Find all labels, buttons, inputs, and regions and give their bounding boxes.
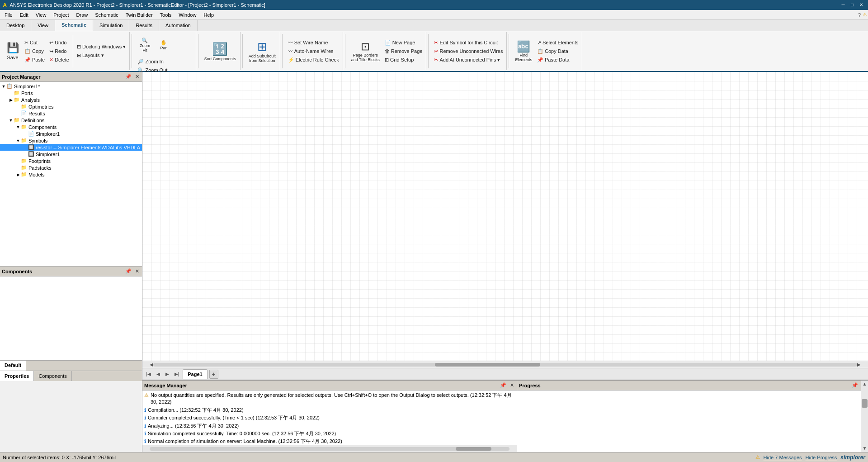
tree-item-0[interactable]: ▼📋Simplorer1* bbox=[0, 83, 142, 90]
menu-item-help[interactable]: Help bbox=[200, 10, 217, 20]
scroll-up-btn[interactable]: ▲ bbox=[861, 381, 868, 388]
v-scroll-track[interactable] bbox=[861, 388, 868, 445]
delete-button[interactable]: ✕ Delete bbox=[47, 56, 71, 64]
tree-toggle-13[interactable]: ▶ bbox=[15, 172, 21, 177]
scroll-left-btn[interactable]: ◀ bbox=[150, 362, 153, 367]
redo-button[interactable]: ↪ Redo bbox=[47, 47, 71, 55]
page-add-button[interactable]: + bbox=[209, 370, 218, 379]
grid-setup-button[interactable]: ⊞ Grid Setup bbox=[383, 56, 425, 64]
page-tab-1[interactable]: Page1 bbox=[183, 369, 207, 379]
tree-item-7[interactable]: 📄Simplorer1 bbox=[0, 130, 142, 137]
menu-item-window[interactable]: Window bbox=[175, 10, 200, 20]
docking-windows-button[interactable]: ⊟ Docking Windows ▾ bbox=[75, 43, 127, 51]
tab-components[interactable]: Components bbox=[34, 371, 71, 381]
tree-toggle-2[interactable]: ▶ bbox=[8, 98, 14, 102]
sort-components-button[interactable]: 🔢 Sort Components bbox=[202, 37, 238, 66]
add-subcircuit-button[interactable]: ⊞ Add SubCircuitfrom Selection bbox=[246, 37, 278, 66]
project-manager-close-btn[interactable]: ✕ bbox=[134, 74, 140, 80]
msg-scroll-thumb[interactable] bbox=[456, 447, 492, 451]
tree-item-1[interactable]: 📁Ports bbox=[0, 90, 142, 96]
menu-item-twinbuilder[interactable]: Twin Builder bbox=[122, 10, 156, 20]
components-panel-pin-btn[interactable]: 📌 bbox=[124, 268, 132, 274]
electric-rule-check-button[interactable]: ⚡ Electric Rule Check bbox=[286, 56, 341, 64]
page-nav-next[interactable]: ▶ bbox=[164, 372, 171, 376]
page-borders-button[interactable]: ⊡ Page Bordersand Title Blocks bbox=[349, 37, 382, 66]
scroll-down-btn[interactable]: ▼ bbox=[861, 445, 868, 452]
zoom-in-button[interactable]: 🔎 Zoom In bbox=[136, 57, 170, 66]
maximize-btn[interactable]: □ bbox=[848, 1, 856, 9]
add-at-unconnected-pins-button[interactable]: ✂ Add At Unconnected Pins ▾ bbox=[432, 56, 505, 64]
tab-results[interactable]: Results bbox=[129, 20, 159, 31]
tree-item-3[interactable]: 📁Optimetrics bbox=[0, 103, 142, 110]
tree-item-10[interactable]: 🔲Simplorer1 bbox=[0, 151, 142, 157]
tree-item-4[interactable]: 📄Results bbox=[0, 110, 142, 117]
page-nav-last[interactable]: ▶| bbox=[173, 372, 181, 376]
layouts-button[interactable]: ⊞ Layouts ▾ bbox=[75, 52, 127, 60]
msg-scroll-track[interactable] bbox=[150, 447, 509, 451]
message-manager-close-btn[interactable]: ✕ bbox=[509, 382, 515, 388]
tree-item-11[interactable]: 📁Footprints bbox=[0, 157, 142, 164]
hide-messages-button[interactable]: Hide 7 Messages bbox=[764, 455, 802, 460]
auto-name-wires-button[interactable]: 〰 Auto-Name Wires bbox=[286, 47, 341, 55]
close-btn[interactable]: ✕ bbox=[857, 1, 865, 9]
paste-button[interactable]: 📌 Paste bbox=[23, 56, 47, 64]
menu-item-draw[interactable]: Draw bbox=[73, 10, 92, 20]
hide-progress-button[interactable]: Hide Progress bbox=[806, 455, 837, 460]
tree-toggle-5[interactable]: ▼ bbox=[8, 118, 14, 123]
menu-item-edit[interactable]: Edit bbox=[16, 10, 32, 20]
v-scroll-thumb[interactable] bbox=[862, 399, 868, 408]
pan-button[interactable]: ✋ Pan bbox=[155, 33, 173, 57]
find-elements-button[interactable]: 🔤 FindElements bbox=[513, 37, 534, 66]
tab-properties[interactable]: Properties bbox=[0, 371, 34, 381]
tree-item-8[interactable]: ▼📁Symbols bbox=[0, 137, 142, 144]
menu-item-tools[interactable]: Tools bbox=[156, 10, 175, 20]
page-nav-first[interactable]: |◀ bbox=[144, 372, 153, 376]
select-elements-button[interactable]: ↗ Select Elements bbox=[535, 38, 580, 47]
tab-view[interactable]: View bbox=[31, 20, 55, 31]
tree-toggle-8[interactable]: ▼ bbox=[15, 138, 21, 143]
cut-button[interactable]: ✂ Cut bbox=[23, 38, 47, 47]
schematic-canvas[interactable] bbox=[142, 72, 868, 361]
project-manager-pin-btn[interactable]: 📌 bbox=[124, 74, 132, 80]
message-manager-pin-btn[interactable]: 📌 bbox=[499, 382, 507, 388]
tab-simulation[interactable]: Simulation bbox=[93, 20, 129, 31]
progress-pin-btn[interactable]: 📌 bbox=[851, 382, 859, 388]
h-scroll-track[interactable] bbox=[153, 363, 857, 367]
edit-symbol-button[interactable]: ✂ Edit Symbol for this Circuit bbox=[432, 38, 505, 47]
tab-automation[interactable]: Automation bbox=[159, 20, 198, 31]
right-scrollbar[interactable]: ▲ ▼ bbox=[861, 381, 868, 452]
tree-item-13[interactable]: ▶📁Models bbox=[0, 171, 142, 178]
remove-unconnected-wires-button[interactable]: ✂ Remove Unconnected Wires bbox=[432, 47, 505, 55]
scroll-right-btn[interactable]: ▶ bbox=[857, 362, 861, 367]
h-scrollbar[interactable]: ◀ ▶ bbox=[142, 361, 868, 368]
components-panel-close-btn[interactable]: ✕ bbox=[134, 268, 140, 274]
tree-toggle-0[interactable]: ▼ bbox=[1, 84, 6, 89]
title-bar-controls[interactable]: ─ □ ✕ bbox=[839, 1, 865, 9]
minimize-btn[interactable]: ─ bbox=[839, 1, 847, 9]
new-page-button[interactable]: 📄 New Page bbox=[383, 38, 425, 47]
tree-toggle-6[interactable]: ▼ bbox=[15, 125, 21, 129]
zoom-fit-button[interactable]: 🔍 ZoomFit bbox=[136, 33, 154, 57]
tree-item-5[interactable]: ▼📁Definitions bbox=[0, 117, 142, 124]
menu-item-schematic[interactable]: Schematic bbox=[91, 10, 122, 20]
components-tab-default[interactable]: Default bbox=[0, 361, 26, 371]
tab-schematic[interactable]: Schematic bbox=[55, 20, 93, 31]
save-button[interactable]: 💾 Save bbox=[4, 37, 22, 66]
copy-data-button[interactable]: 📋 Copy Data bbox=[535, 47, 580, 55]
tab-desktop[interactable]: Desktop bbox=[0, 20, 31, 31]
remove-page-button[interactable]: 🗑 Remove Page bbox=[383, 47, 425, 55]
msg-scrollbar[interactable] bbox=[142, 445, 517, 452]
page-nav-prev[interactable]: ◀ bbox=[155, 372, 162, 376]
undo-button[interactable]: ↩ Undo bbox=[47, 38, 71, 47]
h-scroll-thumb[interactable] bbox=[435, 363, 541, 367]
tree-item-2[interactable]: ▶📁Analysis bbox=[0, 96, 142, 103]
menu-item-project[interactable]: Project bbox=[50, 10, 72, 20]
copy-button[interactable]: 📋 Copy bbox=[23, 47, 47, 55]
menu-item-view[interactable]: View bbox=[32, 10, 50, 20]
set-wire-name-button[interactable]: 〰 Set Wire Name bbox=[286, 38, 341, 47]
tree-item-12[interactable]: 📁Padstacks bbox=[0, 164, 142, 171]
menu-item-file[interactable]: File bbox=[1, 10, 16, 20]
tree-item-6[interactable]: ▼📁Components bbox=[0, 124, 142, 130]
tree-item-9[interactable]: 🔲resistor -- Simplorer Elements\VDALibs … bbox=[0, 144, 142, 151]
paste-data-button[interactable]: 📌 Paste Data bbox=[535, 56, 580, 64]
